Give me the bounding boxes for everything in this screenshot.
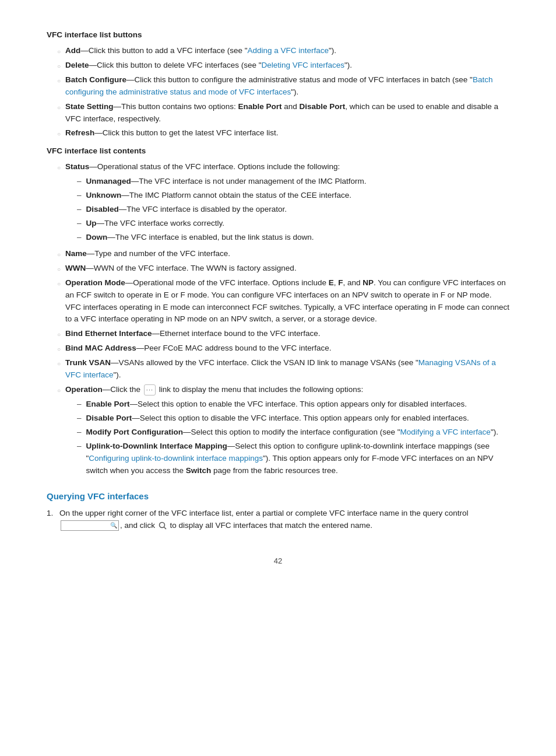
list-item: ○ Batch Configure—Click this button to c… bbox=[47, 74, 509, 99]
sub-item-content: Unknown—The IMC Platform cannot obtain t… bbox=[86, 190, 509, 202]
bullet-icon: ○ bbox=[57, 279, 61, 289]
vfc-contents-section: VFC interface list contents ○ Status—Ope… bbox=[47, 145, 509, 478]
item-content: Bind Ethernet Interface—Ethernet interfa… bbox=[65, 328, 509, 340]
sub-list-item: – Uplink-to-Downlink Interface Mapping—S… bbox=[65, 440, 509, 477]
dash-icon: – bbox=[77, 232, 82, 244]
list-item: ○ Name—Type and number of the VFC interf… bbox=[47, 248, 509, 260]
sub-item-content: Modify Port Configuration—Select this op… bbox=[86, 426, 509, 439]
item-content: Status—Operational status of the VFC int… bbox=[65, 161, 509, 246]
bullet-icon: ○ bbox=[57, 163, 61, 173]
item-label: Trunk VSAN bbox=[65, 358, 111, 367]
sub-item-content: Disable Port—Select this option to disab… bbox=[86, 412, 509, 425]
bullet-icon: ○ bbox=[57, 103, 61, 113]
list-item: ○ State Setting—This button contains two… bbox=[47, 101, 509, 125]
bullet-icon: ○ bbox=[57, 47, 61, 57]
batch-configure-link[interactable]: Batch configuring the administrative sta… bbox=[65, 75, 492, 96]
sub-list-item: – Unknown—The IMC Platform cannot obtain… bbox=[65, 190, 509, 202]
item-content: Add—Click this button to add a VFC inter… bbox=[65, 45, 509, 57]
sub-item-content: Unmanaged—The VFC interface is not under… bbox=[86, 176, 509, 188]
item-content: Trunk VSAN—VSANs allowed by the VFC inte… bbox=[65, 357, 509, 382]
dash-icon: – bbox=[77, 412, 82, 425]
bullet-icon: ○ bbox=[57, 265, 61, 274]
sub-item-content: Uplink-to-Downlink Interface Mapping—Sel… bbox=[86, 440, 509, 477]
item-label: Status bbox=[65, 162, 89, 171]
bullet-icon: ○ bbox=[57, 345, 61, 354]
vfc-buttons-section: VFC interface list buttons ○ Add—Click t… bbox=[47, 29, 509, 139]
sub-list-item: – Down—The VFC interface is enabled, but… bbox=[65, 232, 509, 244]
sub-list-item: – Disabled—The VFC interface is disabled… bbox=[65, 204, 509, 216]
sub-item-content: Down—The VFC interface is enabled, but t… bbox=[86, 232, 509, 244]
item-label: Bind Ethernet Interface bbox=[65, 329, 152, 338]
item-label: Add bbox=[65, 46, 80, 55]
querying-vfc-title: Querying VFC interfaces bbox=[47, 489, 509, 503]
dash-icon: – bbox=[77, 190, 82, 202]
modify-vfc-link[interactable]: Modifying a VFC interface bbox=[400, 428, 491, 436]
item-label: Name bbox=[65, 249, 87, 258]
item-content: WWN—WWN of the VFC interface. The WWN is… bbox=[65, 262, 509, 275]
bullet-icon: ○ bbox=[57, 359, 61, 369]
list-item: ○ Delete—Click this button to delete VFC… bbox=[47, 60, 509, 72]
list-item: ○ Operation—Click the ··· link to displa… bbox=[47, 384, 509, 478]
bullet-icon: ○ bbox=[57, 386, 61, 396]
status-sub-list: – Unmanaged—The VFC interface is not und… bbox=[65, 176, 509, 244]
svg-line-1 bbox=[164, 527, 166, 530]
page-number: 42 bbox=[47, 555, 509, 567]
list-item: 1. On the upper right corner of the VFC … bbox=[47, 508, 509, 532]
item-label: Delete bbox=[65, 61, 89, 69]
item-label: Operation Mode bbox=[65, 278, 125, 287]
delete-link[interactable]: Deleting VFC interfaces bbox=[262, 61, 345, 69]
add-link[interactable]: Adding a VFC interface bbox=[247, 46, 329, 55]
dash-icon: – bbox=[77, 218, 82, 230]
vfc-buttons-heading: VFC interface list buttons bbox=[47, 29, 509, 41]
dash-icon: – bbox=[77, 426, 82, 439]
dash-icon: – bbox=[77, 398, 82, 411]
vfc-contents-heading: VFC interface list contents bbox=[47, 145, 509, 158]
list-item: ○ Trunk VSAN—VSANs allowed by the VFC in… bbox=[47, 357, 509, 382]
step-content: On the upper right corner of the VFC int… bbox=[59, 508, 509, 532]
item-content: State Setting—This button contains two o… bbox=[65, 101, 509, 125]
item-content: Operation Mode—Operational mode of the V… bbox=[65, 277, 509, 326]
disable-port-label: Disable Port bbox=[299, 102, 345, 111]
item-label: WWN bbox=[65, 264, 86, 272]
list-item: ○ WWN—WWN of the VFC interface. The WWN … bbox=[47, 262, 509, 275]
bullet-icon: ○ bbox=[57, 130, 61, 139]
vfc-contents-list: ○ Status—Operational status of the VFC i… bbox=[47, 161, 509, 478]
sub-list-item: – Disable Port—Select this option to dis… bbox=[65, 412, 509, 425]
item-label: Bind MAC Address bbox=[65, 344, 136, 352]
sub-list-item: – Unmanaged—The VFC interface is not und… bbox=[65, 176, 509, 188]
list-item: ○ Add—Click this button to add a VFC int… bbox=[47, 45, 509, 57]
list-item: ○ Bind Ethernet Interface—Ethernet inter… bbox=[47, 328, 509, 340]
item-label: Operation bbox=[65, 385, 103, 394]
item-content: Operation—Click the ··· link to display … bbox=[65, 384, 509, 478]
item-content: Name—Type and number of the VFC interfac… bbox=[65, 248, 509, 260]
dash-icon: – bbox=[77, 176, 82, 188]
querying-vfc-section: Querying VFC interfaces 1. On the upper … bbox=[47, 489, 509, 532]
page-content: VFC interface list buttons ○ Add—Click t… bbox=[47, 29, 509, 567]
svg-point-0 bbox=[159, 523, 164, 528]
item-content: Batch Configure—Click this button to con… bbox=[65, 74, 509, 99]
item-content: Refresh—Click this button to get the lat… bbox=[65, 127, 509, 139]
ellipsis-icon: ··· bbox=[144, 384, 156, 396]
item-label: State Setting bbox=[65, 102, 114, 111]
list-item: ○ Status—Operational status of the VFC i… bbox=[47, 161, 509, 246]
sub-list-item: – Enable Port—Select this option to enab… bbox=[65, 398, 509, 411]
list-item: ○ Bind MAC Address—Peer FCoE MAC address… bbox=[47, 342, 509, 355]
item-content: Bind MAC Address—Peer FCoE MAC address b… bbox=[65, 342, 509, 355]
sub-item-content: Enable Port—Select this option to enable… bbox=[86, 398, 509, 411]
uplink-downlink-link[interactable]: Configuring uplink-to-downlink interface… bbox=[89, 454, 263, 463]
sub-item-content: Up—The VFC interface works correctly. bbox=[86, 218, 509, 230]
item-content: Delete—Click this button to delete VFC i… bbox=[65, 60, 509, 72]
sub-item-content: Disabled—The VFC interface is disabled b… bbox=[86, 204, 509, 216]
item-label: Batch Configure bbox=[65, 75, 126, 84]
enable-port-label: Enable Port bbox=[238, 102, 281, 111]
dash-icon: – bbox=[77, 440, 82, 453]
querying-steps-list: 1. On the upper right corner of the VFC … bbox=[47, 508, 509, 532]
query-input-icon bbox=[61, 520, 119, 531]
sub-list-item: – Up—The VFC interface works correctly. bbox=[65, 218, 509, 230]
trunk-vsan-link[interactable]: Managing VSANs of a VFC interface bbox=[65, 358, 496, 379]
bullet-icon: ○ bbox=[57, 76, 61, 86]
search-icon bbox=[159, 522, 167, 530]
bullet-icon: ○ bbox=[57, 62, 61, 71]
bullet-icon: ○ bbox=[57, 330, 61, 340]
sub-list-item: – Modify Port Configuration—Select this … bbox=[65, 426, 509, 439]
